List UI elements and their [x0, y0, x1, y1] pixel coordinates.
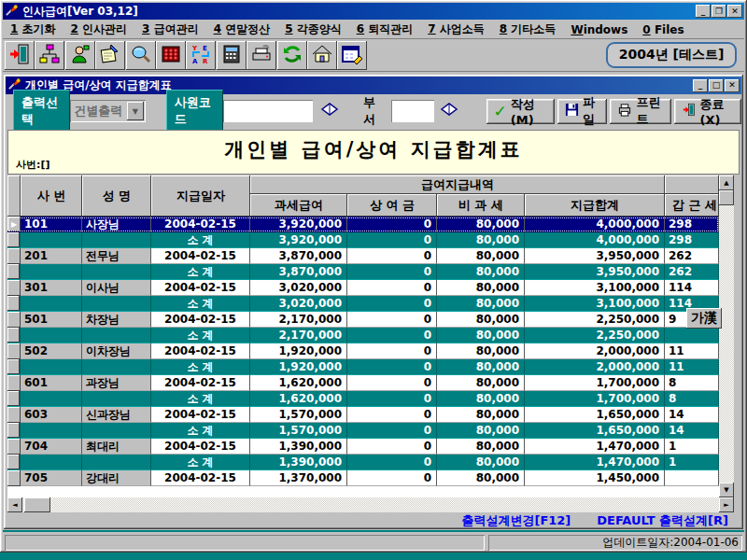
col-header-name[interactable]: 성 명 — [82, 175, 151, 217]
cell-total[interactable]: 1,700,000 — [525, 391, 665, 407]
cell-name[interactable] — [82, 264, 151, 280]
cell-subtotal-label[interactable]: 소 계 — [151, 423, 250, 439]
row-selector[interactable] — [7, 407, 21, 423]
cell-bonus[interactable]: 0 — [347, 312, 437, 328]
cell-subtotal-label[interactable]: 소 계 — [151, 232, 250, 248]
child-title-bar[interactable]: 개인별 급여/상여 지급합계표 _ □ ✕ — [6, 77, 741, 94]
year-refresh-toolbar-button[interactable]: YEAR — [186, 41, 216, 70]
cell-nontax[interactable]: 80,000 — [437, 407, 525, 423]
cell-total[interactable]: 1,470,000 — [525, 455, 665, 470]
cell-bonus[interactable]: 0 — [347, 328, 437, 343]
scroll-up-icon[interactable]: ▲ — [719, 175, 734, 190]
cell-emp-no[interactable]: 101 — [21, 217, 82, 232]
cell-name[interactable]: 이차장님 — [82, 343, 151, 359]
cell-taxable[interactable]: 1,920,000 — [250, 359, 347, 375]
row-selector[interactable] — [7, 264, 21, 280]
cell-pay-date[interactable]: 2004-02-15 — [151, 470, 250, 486]
cell-total[interactable]: 3,100,000 — [525, 296, 665, 312]
restore-button[interactable]: ❐ — [712, 5, 726, 18]
cell-bonus[interactable]: 0 — [347, 296, 437, 312]
cell-emp-no[interactable] — [21, 232, 82, 248]
emp-code-input[interactable] — [223, 100, 313, 122]
subtotal-row[interactable]: 소 계1,620,000080,0001,700,0008 — [7, 391, 719, 407]
cell-subtotal-label[interactable]: 소 계 — [151, 328, 250, 343]
cell-nontax[interactable]: 80,000 — [437, 264, 525, 280]
cell-income-tax[interactable]: 14 — [665, 423, 719, 439]
cell-emp-no[interactable] — [21, 264, 82, 280]
cell-income-tax[interactable]: 11 — [665, 343, 719, 359]
cell-subtotal-label[interactable]: 소 계 — [151, 455, 250, 470]
cell-total[interactable]: 1,650,000 — [525, 407, 665, 423]
row-selector[interactable] — [7, 248, 21, 264]
menu-item[interactable]: 4 연말정산 — [206, 20, 278, 39]
cell-nontax[interactable]: 80,000 — [437, 312, 525, 328]
dept-lookup-icon[interactable] — [440, 102, 458, 120]
hscroll-thumb[interactable] — [24, 497, 50, 512]
cell-income-tax[interactable]: 11 — [665, 359, 719, 375]
col-header-bonus[interactable]: 상 여 금 — [347, 194, 437, 217]
col-header-emp-no[interactable]: 사 번 — [21, 175, 82, 217]
table-row[interactable]: 201전무님2004-02-153,870,000080,0003,950,00… — [7, 248, 719, 264]
cell-name[interactable] — [82, 232, 151, 248]
menu-item[interactable]: 8 기타소득 — [492, 20, 564, 39]
cell-name[interactable]: 전무님 — [82, 248, 151, 264]
cell-emp-no[interactable]: 501 — [21, 312, 82, 328]
cell-name[interactable]: 최대리 — [82, 439, 151, 455]
cell-total[interactable]: 1,650,000 — [525, 423, 665, 439]
cell-nontax[interactable]: 80,000 — [437, 470, 525, 486]
subtotal-row[interactable]: 소 계3,920,000080,0004,000,000298 — [7, 232, 719, 248]
cell-bonus[interactable]: 0 — [347, 232, 437, 248]
cell-nontax[interactable]: 80,000 — [437, 248, 525, 264]
cell-bonus[interactable]: 0 — [347, 343, 437, 359]
cell-name[interactable]: 차장님 — [82, 312, 151, 328]
menu-item[interactable]: 7 사업소득 — [420, 20, 492, 39]
table-row[interactable]: 501차장님2004-02-152,170,000080,0002,250,00… — [7, 312, 719, 328]
row-selector[interactable] — [7, 455, 21, 470]
cell-taxable[interactable]: 3,920,000 — [250, 232, 347, 248]
cell-income-tax[interactable]: 262 — [665, 248, 719, 264]
row-selector[interactable] — [7, 232, 21, 248]
child-close-button[interactable]: ✕ — [725, 79, 740, 92]
cell-bonus[interactable]: 0 — [347, 407, 437, 423]
cell-total[interactable]: 3,950,000 — [525, 264, 665, 280]
cell-total[interactable]: 2,250,000 — [525, 328, 665, 343]
cell-name[interactable]: 이사님 — [82, 280, 151, 296]
col-header-total[interactable]: 지급합계 — [525, 194, 665, 217]
calculator-toolbar-button[interactable] — [217, 41, 247, 70]
cell-name[interactable] — [82, 359, 151, 375]
cell-emp-no[interactable]: 603 — [21, 407, 82, 423]
cell-total[interactable]: 1,450,000 — [525, 470, 665, 486]
cell-income-tax[interactable] — [665, 470, 719, 486]
row-selector[interactable]: ▶ — [7, 217, 21, 232]
subtotal-row[interactable]: 소 계1,570,000080,0001,650,00014 — [7, 423, 719, 439]
cell-emp-no[interactable]: 301 — [21, 280, 82, 296]
cell-bonus[interactable]: 0 — [347, 375, 437, 391]
scroll-left-icon[interactable]: ◄ — [7, 497, 22, 512]
cell-pay-date[interactable]: 2004-02-15 — [151, 375, 250, 391]
row-selector[interactable] — [7, 375, 21, 391]
menu-item[interactable]: 0 Files — [635, 21, 691, 38]
horizontal-scrollbar[interactable]: ◄ ► — [7, 497, 734, 512]
cell-nontax[interactable]: 80,000 — [437, 391, 525, 407]
cell-income-tax[interactable]: 8 — [665, 375, 719, 391]
emp-code-lookup-icon[interactable] — [320, 102, 339, 120]
cell-emp-no[interactable] — [21, 455, 82, 470]
subtotal-row[interactable]: 소 계1,390,000080,0001,470,0001 — [7, 455, 719, 470]
cell-nontax[interactable]: 80,000 — [437, 423, 525, 439]
cell-total[interactable]: 1,700,000 — [525, 375, 665, 391]
cell-pay-date[interactable]: 2004-02-15 — [151, 343, 250, 359]
cell-taxable[interactable]: 1,390,000 — [250, 439, 347, 455]
col-header-pay-date[interactable]: 지급일자 — [151, 175, 250, 217]
table-row[interactable]: 301이사님2004-02-153,020,000080,0003,100,00… — [7, 280, 719, 296]
cell-bonus[interactable]: 0 — [347, 423, 437, 439]
abacus-toolbar-button[interactable] — [156, 41, 186, 70]
menu-item[interactable]: Windows — [563, 21, 635, 38]
cell-name[interactable] — [82, 455, 151, 470]
row-selector[interactable] — [7, 423, 21, 439]
cell-name[interactable]: 신과장님 — [82, 407, 151, 423]
print-setup-toolbar-button[interactable] — [247, 41, 276, 70]
cell-nontax[interactable]: 80,000 — [437, 439, 525, 455]
close-button[interactable]: ✕ — [727, 5, 742, 18]
subtotal-row[interactable]: 소 계3,020,000080,0003,100,000114 — [7, 296, 719, 312]
cell-income-tax[interactable]: 298 — [665, 217, 719, 232]
